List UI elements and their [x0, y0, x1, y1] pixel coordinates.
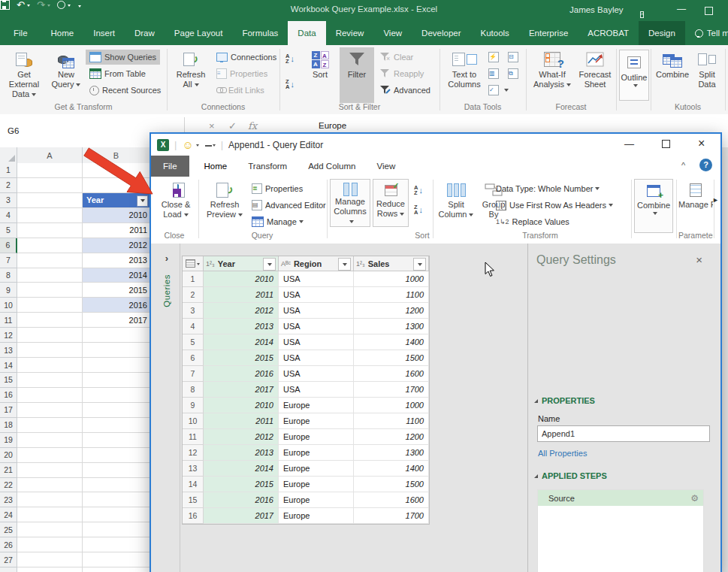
excel-table-cell[interactable]: 2015: [83, 283, 150, 298]
table-cell[interactable]: USA: [279, 287, 354, 303]
table-cell[interactable]: 2016: [204, 366, 279, 382]
advanced-filter-button[interactable]: Advanced: [380, 83, 430, 98]
manage-query-button[interactable]: Manage: [252, 214, 304, 229]
excel-table-header-cell[interactable]: Year: [83, 193, 150, 208]
table-cell[interactable]: Europe: [279, 508, 354, 524]
grid-cell[interactable]: [83, 448, 150, 463]
row-header[interactable]: 22: [0, 478, 17, 493]
grid-cell[interactable]: [17, 178, 83, 193]
grid-cell[interactable]: [83, 178, 150, 193]
grid-cell[interactable]: [17, 537, 83, 552]
row-number[interactable]: 10: [183, 413, 204, 429]
relationships-button[interactable]: ⧉: [508, 66, 521, 81]
get-external-data-button[interactable]: Get External Data: [3, 47, 45, 103]
row-header[interactable]: 8: [0, 268, 17, 283]
row-number[interactable]: 12: [183, 445, 204, 461]
excel-table-cell[interactable]: 2016: [83, 298, 150, 313]
excel-table-cell[interactable]: 2011: [83, 223, 150, 238]
excel-table-cell[interactable]: 2010: [83, 208, 150, 223]
table-cell[interactable]: Europe: [279, 429, 354, 445]
row-header[interactable]: 26: [0, 537, 17, 552]
table-cell[interactable]: Europe: [279, 477, 354, 492]
grid-cell[interactable]: [17, 193, 83, 208]
grid-cell[interactable]: [17, 343, 83, 358]
tab-developer[interactable]: Developer: [412, 21, 470, 45]
close-and-load-button[interactable]: Close & Load: [156, 179, 196, 228]
pq-sort-descending-button[interactable]: ZA↓: [414, 202, 423, 217]
row-number[interactable]: 11: [183, 429, 204, 445]
kutools-combine-button[interactable]: Combine: [655, 47, 690, 103]
table-cell[interactable]: 2013: [204, 319, 279, 334]
table-cell[interactable]: 1500: [354, 350, 429, 366]
row-number[interactable]: 3: [183, 303, 204, 319]
manage-parameters-button[interactable]: Manage Parameters: [678, 179, 713, 228]
table-cell[interactable]: 2010: [204, 271, 279, 287]
show-queries-button[interactable]: Show Queries: [86, 50, 160, 65]
grid-cell[interactable]: [17, 492, 83, 507]
row-header[interactable]: 27: [0, 552, 17, 567]
grid-cell[interactable]: [83, 433, 150, 448]
column-filter-button[interactable]: [263, 258, 276, 271]
query-settings-close-icon[interactable]: ×: [696, 253, 702, 266]
properties-section-header[interactable]: PROPERTIES: [534, 396, 595, 405]
maximize-button[interactable]: [662, 140, 670, 148]
grid-cell[interactable]: [17, 313, 83, 328]
tab-design[interactable]: Design: [639, 21, 685, 45]
row-header[interactable]: 15: [0, 373, 17, 388]
grid-cell[interactable]: [17, 433, 83, 448]
table-cell[interactable]: Europe: [279, 445, 354, 461]
new-query-button[interactable]: New Query: [48, 47, 84, 103]
row-header[interactable]: 3: [0, 193, 17, 208]
grid-cell[interactable]: [83, 388, 150, 403]
table-cell[interactable]: USA: [279, 271, 354, 287]
column-header-region[interactable]: AᴮᶜRegion: [279, 256, 354, 271]
pq-tab-home[interactable]: Home: [194, 156, 238, 177]
grid-cell[interactable]: [17, 552, 83, 567]
table-cell[interactable]: Europe: [279, 492, 354, 508]
row-header[interactable]: 28: [0, 567, 17, 572]
grid-cell[interactable]: [17, 283, 83, 298]
refresh-all-button[interactable]: ↻ Refresh All: [171, 47, 210, 103]
grid-cell[interactable]: [83, 358, 150, 373]
row-header[interactable]: 2: [0, 178, 17, 193]
feedback-smiley-icon[interactable]: ☺: [182, 139, 193, 150]
grid-cell[interactable]: [83, 492, 150, 507]
table-cell[interactable]: 1000: [354, 271, 429, 287]
table-cell[interactable]: USA: [279, 334, 354, 350]
grid-cell[interactable]: [83, 567, 150, 572]
row-header[interactable]: 17: [0, 403, 17, 418]
table-cell[interactable]: 1400: [354, 334, 429, 350]
help-icon[interactable]: ?: [699, 159, 712, 171]
ribbon-expand-icon[interactable]: ►: [712, 196, 719, 204]
applied-steps-section-header[interactable]: APPLIED STEPS: [534, 471, 607, 480]
table-cell[interactable]: 1400: [354, 461, 429, 477]
table-cell[interactable]: 2015: [204, 350, 279, 366]
grid-cell[interactable]: [17, 522, 83, 537]
tab-draw[interactable]: Draw: [125, 21, 165, 45]
tab-enterprise[interactable]: Enterprise: [519, 21, 578, 45]
excel-table-cell[interactable]: 2014: [83, 268, 150, 283]
column-header-sales[interactable]: 1²₃Sales: [354, 256, 429, 271]
flash-fill-button[interactable]: ⚡: [488, 50, 502, 65]
row-header[interactable]: 11: [0, 313, 17, 328]
column-filter-button[interactable]: [413, 258, 426, 271]
customize-qat-icon[interactable]: [205, 140, 216, 150]
grid-cell[interactable]: [83, 163, 150, 178]
table-cell[interactable]: 2017: [204, 382, 279, 398]
applied-step-item[interactable]: Source⚙: [538, 490, 703, 506]
row-number[interactable]: 13: [183, 461, 204, 477]
row-header[interactable]: 7: [0, 253, 17, 268]
pq-tab-file[interactable]: File: [151, 156, 189, 177]
table-cell[interactable]: 1300: [354, 445, 429, 461]
column-header-year[interactable]: 1²₃Year: [204, 256, 279, 271]
table-cell[interactable]: USA: [279, 303, 354, 319]
tab-formulas[interactable]: Formulas: [232, 21, 288, 45]
select-all-corner[interactable]: [0, 147, 17, 163]
grid-cell[interactable]: [83, 537, 150, 552]
table-cell[interactable]: USA: [279, 382, 354, 398]
query-name-input[interactable]: [537, 425, 710, 442]
table-cell[interactable]: 2015: [204, 477, 279, 492]
row-header[interactable]: 18: [0, 418, 17, 433]
row-number[interactable]: 2: [183, 287, 204, 303]
row-header[interactable]: 9: [0, 283, 17, 298]
